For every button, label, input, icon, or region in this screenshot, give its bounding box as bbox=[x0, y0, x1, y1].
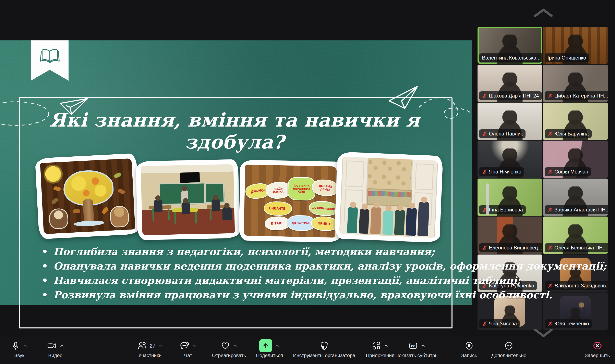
mic-muted-icon bbox=[547, 245, 553, 250]
participant-tile[interactable]: Ірина Онищенко bbox=[543, 26, 608, 64]
participants-button[interactable]: 27 Участники bbox=[137, 339, 163, 358]
heart-icon bbox=[220, 341, 230, 351]
participant-name: Ірина Онищенко bbox=[547, 55, 586, 61]
sign-sorry: ВИБАЧТЕ! bbox=[264, 201, 292, 216]
child-figure bbox=[370, 207, 381, 234]
participant-tile[interactable]: Цибарт Катерина ПН... bbox=[543, 65, 608, 102]
microphone-icon bbox=[11, 341, 20, 351]
more-button[interactable]: Дополнительно bbox=[491, 339, 527, 358]
captions-icon: CC bbox=[408, 341, 418, 351]
slide-photo-classroom bbox=[136, 159, 240, 240]
mic-muted-icon bbox=[482, 169, 487, 174]
record-button[interactable]: Запись bbox=[461, 339, 477, 358]
chevron-up-icon[interactable] bbox=[233, 343, 238, 348]
chevron-up-icon[interactable] bbox=[384, 343, 388, 348]
meeting-toolbar: Звук Видео 27 Участники bbox=[0, 337, 615, 364]
chat-button[interactable]: Чат bbox=[179, 339, 197, 358]
gallery-collapse-up-chevron[interactable] bbox=[533, 7, 554, 18]
end-call-icon bbox=[592, 341, 602, 351]
slide-photo-polite-words: ДЯКУЮ! БУДЬ ЛАСКА! ГАЛЯВИНА ВВІЧЛИВИХ СЛ… bbox=[239, 160, 342, 243]
participant-name: Яна Змєєва bbox=[489, 321, 517, 327]
participant-name: Інна Борисова bbox=[489, 207, 523, 213]
end-button[interactable]: Завершить bbox=[585, 339, 610, 358]
participants-count: 27 bbox=[150, 343, 155, 349]
chevron-up-icon[interactable] bbox=[192, 343, 197, 348]
participant-name: Яна Німченко bbox=[489, 169, 521, 175]
participant-name: Олеся Білявська ПН... bbox=[554, 245, 607, 251]
participant-tile[interactable]: Елеонора Вишневец... bbox=[478, 217, 542, 254]
apps-button[interactable]: Приложения bbox=[366, 339, 394, 358]
mic-muted-icon bbox=[547, 93, 553, 99]
participant-tile[interactable]: Юля Темченко bbox=[543, 292, 608, 330]
slide-title: Які знання, вміння та навички я здобула? bbox=[19, 109, 451, 153]
mic-muted-icon bbox=[482, 245, 487, 250]
participant-tile[interactable]: Олена Павлик bbox=[478, 103, 542, 140]
chevron-up-icon[interactable] bbox=[23, 343, 28, 348]
child-figure bbox=[382, 210, 394, 235]
slide-bullet: Навчилася створювати дидактичні матеріал… bbox=[42, 273, 451, 288]
participant-name: Юля Темченко bbox=[554, 321, 589, 327]
chevron-up-icon[interactable] bbox=[421, 343, 425, 348]
participants-icon bbox=[137, 341, 147, 351]
host-tools-button[interactable]: Инструменты организатора bbox=[293, 339, 355, 358]
mic-muted-icon bbox=[482, 93, 487, 99]
chevron-up-icon[interactable] bbox=[60, 343, 64, 348]
child-figure bbox=[394, 210, 405, 235]
slide-bullet: Розвинула вміння працювати з учнями інди… bbox=[42, 288, 451, 302]
participant-tile[interactable]: Шахова Дар'я ПНІ-24 bbox=[478, 65, 542, 102]
sign-goodbye: ДО ПОБАЧЕННЯ! bbox=[309, 200, 337, 217]
participant-tile[interactable]: Юлія Баруліна bbox=[543, 103, 608, 140]
participant-tile[interactable]: Яна Німченко bbox=[478, 141, 542, 178]
child-figure bbox=[406, 208, 417, 236]
participant-name: Цибарт Катерина ПН... bbox=[554, 93, 608, 99]
audio-button[interactable]: Звук bbox=[11, 339, 28, 358]
child-figure bbox=[359, 208, 369, 234]
participant-tile[interactable]: Валентина Ковальська... bbox=[478, 26, 542, 64]
gallery-resize-handle[interactable] bbox=[486, 183, 489, 215]
participant-name: Забіяка Анастасія ПН... bbox=[554, 207, 608, 213]
sign-hello: ПРИВІТ! bbox=[311, 216, 337, 232]
record-icon bbox=[465, 341, 474, 351]
captions-button[interactable]: CC Показать субтитры bbox=[395, 339, 439, 358]
participant-name: Валентина Ковальська... bbox=[482, 55, 541, 61]
mic-muted-icon bbox=[547, 169, 553, 174]
tv-screen bbox=[180, 172, 200, 183]
slide-photo-autumn-tree bbox=[35, 153, 140, 239]
participant-name: Шахова Дар'я ПНІ-24 bbox=[489, 93, 539, 99]
slide-photo-class-group bbox=[334, 152, 443, 243]
share-arrow-icon bbox=[259, 339, 272, 352]
puppy-cutout bbox=[109, 206, 129, 228]
mic-muted-icon bbox=[482, 131, 487, 136]
slide-bullet: Поглибила знання з педагогіки, психологі… bbox=[42, 245, 451, 259]
chevron-up-icon[interactable] bbox=[158, 343, 163, 348]
participant-tile[interactable]: Забіяка Анастасія ПН... bbox=[543, 179, 608, 216]
participant-tile[interactable]: Олеся Білявська ПН... bbox=[543, 217, 608, 254]
mic-muted-icon bbox=[547, 283, 553, 288]
gallery-collapse-down-chevron[interactable] bbox=[533, 328, 554, 338]
share-button[interactable]: Поделиться bbox=[256, 339, 283, 358]
bookmark-ribbon bbox=[31, 40, 68, 81]
shield-icon bbox=[320, 341, 329, 351]
participant-name: Юлія Баруліна bbox=[554, 131, 589, 137]
svg-text:CC: CC bbox=[411, 344, 415, 348]
sun-decoration bbox=[45, 166, 61, 182]
mic-muted-icon bbox=[482, 321, 487, 326]
sign-meadow: ГАЛЯВИНА ВВІЧЛИВИХ СЛІВ bbox=[287, 177, 316, 201]
hedgehog-cutout bbox=[49, 208, 69, 229]
tree-base bbox=[74, 220, 104, 227]
chevron-up-icon[interactable] bbox=[275, 343, 280, 348]
more-dots-icon bbox=[504, 341, 514, 351]
zoom-meeting-window: Які знання, вміння та навички я здобула? bbox=[0, 0, 615, 364]
video-button[interactable]: Видео bbox=[47, 339, 64, 358]
mic-muted-icon bbox=[547, 207, 553, 212]
participant-name: Елеонора Вишневец... bbox=[489, 245, 542, 251]
react-button[interactable]: Отреагировать bbox=[212, 339, 246, 358]
participant-tile[interactable]: Софія Мовчан bbox=[543, 141, 608, 178]
slide-bullet-list: Поглибила знання з педагогіки, психологі… bbox=[42, 245, 451, 302]
shared-screen-presentation: Які знання, вміння та навички я здобула? bbox=[0, 40, 472, 305]
teacher-figure bbox=[417, 202, 429, 236]
mic-muted-icon bbox=[547, 321, 553, 326]
sign-seeyou: ДО ЗУСТРІЧІ! bbox=[287, 215, 315, 231]
apps-icon bbox=[372, 341, 381, 351]
sign-greet: ВІТАЮ! bbox=[265, 216, 290, 231]
